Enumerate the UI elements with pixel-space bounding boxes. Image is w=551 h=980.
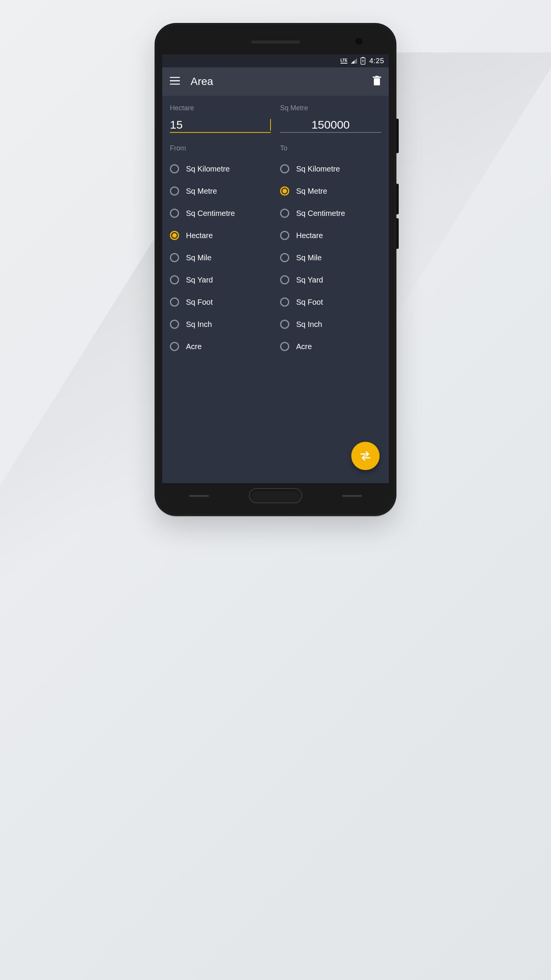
radio-label: Sq Foot	[186, 298, 213, 307]
radio-label: Sq Yard	[296, 276, 323, 284]
radio-icon	[280, 164, 289, 173]
to-unit-label: Sq Metre	[280, 104, 381, 112]
to-radio-acre[interactable]: Acre	[280, 335, 381, 358]
radio-label: Sq Metre	[296, 187, 327, 196]
to-radio-sq-inch[interactable]: Sq Inch	[280, 313, 381, 335]
radio-label: Sq Centimetre	[296, 209, 345, 218]
radio-icon	[280, 231, 289, 240]
from-radio-sq-kilometre[interactable]: Sq Kilometre	[170, 158, 271, 180]
radio-icon	[170, 275, 179, 284]
radio-icon	[170, 186, 179, 196]
menu-icon[interactable]	[170, 77, 180, 86]
radio-label: Sq Kilometre	[296, 165, 340, 173]
radio-icon	[170, 253, 179, 262]
to-radio-list: Sq KilometreSq MetreSq CentimetreHectare…	[280, 158, 381, 358]
radio-label: Acre	[296, 342, 312, 351]
phone-speaker	[251, 40, 300, 44]
radio-label: Sq Inch	[296, 320, 322, 329]
radio-icon	[170, 297, 179, 307]
from-unit-label: Hectare	[170, 104, 271, 112]
radio-label: Sq Yard	[186, 276, 213, 284]
status-bar: LTE 4:25	[162, 54, 389, 67]
radio-icon	[280, 297, 289, 307]
radio-label: Sq Metre	[186, 187, 217, 196]
to-section-label: To	[280, 144, 381, 152]
radio-label: Sq Mile	[296, 253, 322, 262]
network-indicator: LTE	[341, 59, 347, 64]
text-caret	[270, 119, 271, 131]
nav-bar	[155, 483, 396, 508]
to-value-input[interactable]: 150000	[280, 114, 381, 133]
page-title: Area	[191, 75, 362, 88]
radio-label: Sq Mile	[186, 253, 212, 262]
svg-rect-2	[374, 78, 380, 85]
app-bar: Area	[162, 67, 389, 96]
to-radio-sq-yard[interactable]: Sq Yard	[280, 269, 381, 291]
phone-camera	[355, 38, 363, 45]
battery-charging-icon	[360, 57, 365, 65]
to-radio-sq-metre[interactable]: Sq Metre	[280, 180, 381, 202]
volume-up-button	[396, 184, 399, 214]
to-radio-sq-kilometre[interactable]: Sq Kilometre	[280, 158, 381, 180]
svg-rect-4	[375, 76, 378, 77]
from-radio-sq-yard[interactable]: Sq Yard	[170, 269, 271, 291]
from-value-input[interactable]: 15	[170, 114, 271, 133]
radio-label: Hectare	[186, 231, 213, 240]
content: Hectare 15 From Sq KilometreSq MetreSq C…	[162, 96, 389, 483]
from-radio-list: Sq KilometreSq MetreSq CentimetreHectare…	[170, 158, 271, 358]
radio-label: Sq Foot	[296, 298, 323, 307]
radio-icon	[280, 253, 289, 262]
from-radio-sq-mile[interactable]: Sq Mile	[170, 247, 271, 269]
radio-label: Acre	[186, 342, 202, 351]
status-clock: 4:25	[369, 57, 384, 65]
to-value: 150000	[280, 119, 381, 131]
radio-icon	[170, 209, 179, 218]
power-button	[396, 119, 399, 153]
radio-icon	[280, 342, 289, 351]
phone-frame: LTE 4:25 Area	[155, 23, 396, 516]
radio-label: Sq Kilometre	[186, 165, 230, 173]
radio-icon	[170, 342, 179, 351]
swap-fab[interactable]	[351, 442, 380, 470]
radio-label: Sq Inch	[186, 320, 212, 329]
radio-icon	[280, 320, 289, 329]
from-radio-sq-foot[interactable]: Sq Foot	[170, 291, 271, 313]
to-column: Sq Metre 150000 To Sq KilometreSq MetreS…	[280, 104, 381, 483]
from-radio-sq-centimetre[interactable]: Sq Centimetre	[170, 202, 271, 224]
to-radio-sq-foot[interactable]: Sq Foot	[280, 291, 381, 313]
radio-icon	[170, 164, 179, 173]
from-value: 15	[170, 119, 269, 131]
nav-back[interactable]	[189, 495, 209, 497]
svg-rect-1	[362, 57, 364, 58]
nav-home[interactable]	[249, 488, 302, 503]
to-radio-sq-mile[interactable]: Sq Mile	[280, 247, 381, 269]
to-radio-hectare[interactable]: Hectare	[280, 224, 381, 247]
radio-icon	[280, 209, 289, 218]
from-column: Hectare 15 From Sq KilometreSq MetreSq C…	[170, 104, 271, 483]
from-section-label: From	[170, 144, 271, 152]
swap-icon	[359, 451, 372, 461]
screen: LTE 4:25 Area	[162, 54, 389, 483]
radio-icon	[170, 320, 179, 329]
from-radio-sq-metre[interactable]: Sq Metre	[170, 180, 271, 202]
to-radio-sq-centimetre[interactable]: Sq Centimetre	[280, 202, 381, 224]
volume-down-button	[396, 218, 399, 249]
nav-recent[interactable]	[342, 495, 362, 497]
radio-icon	[280, 186, 289, 196]
from-radio-acre[interactable]: Acre	[170, 335, 271, 358]
radio-label: Sq Centimetre	[186, 209, 235, 218]
delete-icon[interactable]	[373, 76, 381, 87]
radio-icon	[280, 275, 289, 284]
radio-icon	[170, 231, 179, 240]
from-radio-sq-inch[interactable]: Sq Inch	[170, 313, 271, 335]
signal-icon	[350, 58, 357, 64]
radio-label: Hectare	[296, 231, 323, 240]
from-radio-hectare[interactable]: Hectare	[170, 224, 271, 247]
